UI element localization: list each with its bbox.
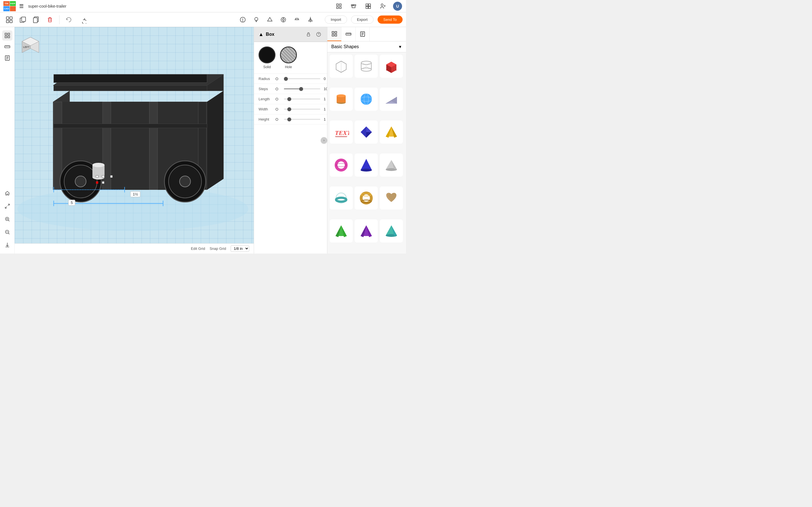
svg-point-28	[283, 18, 285, 20]
width-value: 1	[324, 107, 326, 111]
shape-heart-brown[interactable]	[380, 186, 403, 210]
width-dot	[275, 108, 278, 111]
svg-rect-36	[5, 33, 6, 35]
svg-rect-75	[54, 124, 207, 128]
svg-rect-14	[6, 20, 9, 22]
solid-option[interactable]: Solid	[259, 47, 275, 69]
shape-pyramid-green[interactable]	[329, 219, 353, 242]
length-slider[interactable]	[284, 99, 320, 100]
download-view-icon[interactable]	[2, 240, 12, 250]
shape-diamond-blue[interactable]	[355, 121, 378, 144]
svg-line-56	[8, 233, 9, 234]
svg-rect-32	[296, 18, 298, 20]
height-dot	[275, 118, 278, 121]
shape-text-red[interactable]: TEXT	[329, 121, 353, 144]
fit-view-icon[interactable]	[2, 201, 12, 211]
dimension-label-1half: 1½	[130, 191, 140, 197]
lock-icon[interactable]	[305, 31, 312, 38]
svg-marker-140	[366, 126, 372, 132]
steps-slider[interactable]	[284, 89, 320, 89]
shapes-ruler-tab-icon[interactable]	[342, 27, 356, 41]
svg-line-49	[8, 204, 9, 206]
panel-collapse-button[interactable]: ›	[321, 137, 327, 144]
shape-cone-teal[interactable]	[380, 219, 403, 242]
delete-button[interactable]	[44, 14, 56, 25]
shapes-panel-tabs	[327, 27, 406, 41]
copy-button[interactable]	[31, 14, 42, 25]
radius-value: 0	[324, 76, 326, 81]
shape-pyramid-purple[interactable]	[355, 219, 378, 242]
import-button[interactable]: Import	[325, 15, 347, 24]
svg-rect-2	[337, 6, 338, 8]
help-icon[interactable]	[315, 31, 322, 38]
notes-tab[interactable]	[2, 53, 12, 63]
shapes-grid: TEXT	[327, 52, 406, 253]
send-button[interactable]: Send To	[377, 15, 403, 24]
ruler-tab[interactable]	[2, 42, 12, 52]
user-avatar[interactable]: U	[393, 1, 403, 11]
hole-option[interactable]: Hole	[280, 47, 297, 69]
svg-marker-138	[335, 136, 347, 137]
build-icon[interactable]	[349, 1, 359, 11]
group-button[interactable]	[3, 14, 15, 25]
shape-cone-gray[interactable]	[380, 154, 403, 177]
svg-rect-8	[368, 6, 370, 8]
navigation-cube[interactable]: LEFT	[19, 32, 42, 54]
projects-icon[interactable]	[363, 1, 373, 11]
export-button[interactable]: Export	[351, 15, 373, 24]
shapes-grid-tab-icon[interactable]	[327, 27, 342, 41]
svg-rect-71	[149, 102, 158, 190]
svg-line-115	[341, 61, 346, 64]
shape-cone-dark-blue[interactable]	[355, 154, 378, 177]
svg-point-145	[336, 160, 346, 170]
collapse-props-button[interactable]: ▲	[259, 32, 264, 38]
duplicate-button[interactable]	[17, 14, 29, 25]
canvas-area[interactable]: LEFT	[15, 27, 254, 253]
snap-grid-select[interactable]: 1/8 in 1/4 in 1/2 in 1 in	[231, 245, 249, 252]
shapes-category-dropdown[interactable]: Basic Shapes ▼	[327, 41, 406, 52]
shape-tool-icon[interactable]	[264, 14, 276, 25]
home-view-icon[interactable]	[2, 188, 12, 198]
logo[interactable]: TIN KER CAD	[3, 1, 16, 11]
radius-row: Radius 0	[254, 74, 327, 84]
shape-torus-ring-blue[interactable]	[329, 186, 353, 210]
mirror-icon[interactable]	[305, 14, 316, 25]
redo-button[interactable]	[77, 14, 88, 25]
width-slider[interactable]	[284, 109, 320, 110]
shape-pyramid-yellow[interactable]	[380, 121, 403, 144]
annotation-icon[interactable]	[237, 14, 249, 25]
menu-icon[interactable]: ☰	[19, 3, 24, 9]
shapes-category-label: Basic Shapes	[331, 44, 359, 49]
shapes-notes-tab-icon[interactable]	[356, 27, 370, 41]
top-right-icons: U	[334, 1, 403, 11]
snap-icon[interactable]	[277, 14, 289, 25]
shape-wedge-gray[interactable]	[380, 88, 403, 111]
add-user-icon[interactable]	[378, 1, 388, 11]
svg-marker-34	[309, 18, 311, 21]
bulb-icon[interactable]	[250, 14, 262, 25]
shape-box-red[interactable]	[380, 55, 403, 78]
shape-cylinder-wire[interactable]	[355, 55, 378, 78]
shape-torus-pink[interactable]	[329, 154, 353, 177]
shape-ring-gold[interactable]	[355, 186, 378, 210]
shape-sphere-blue[interactable]	[355, 88, 378, 111]
svg-rect-73	[54, 74, 207, 82]
steps-dot	[275, 88, 278, 91]
shape-box-wire[interactable]	[329, 55, 353, 78]
svg-point-78	[75, 176, 86, 187]
svg-rect-89	[110, 175, 112, 178]
svg-line-52	[8, 220, 9, 221]
height-slider[interactable]	[284, 119, 320, 120]
undo-button[interactable]	[63, 14, 75, 25]
zoom-in-view-icon[interactable]	[2, 214, 12, 224]
align-icon[interactable]	[291, 14, 303, 25]
shape-cylinder-orange[interactable]	[329, 88, 353, 111]
svg-point-154	[361, 193, 371, 203]
app-title: super-cool-bike-trailer	[28, 4, 331, 8]
radius-slider[interactable]	[284, 78, 320, 79]
grid-view-icon[interactable]	[334, 1, 344, 11]
shapes-grid-tab[interactable]	[2, 31, 12, 41]
svg-rect-3	[340, 6, 341, 8]
zoom-out-view-icon[interactable]	[2, 227, 12, 237]
edit-grid-button[interactable]: Edit Grid	[191, 246, 205, 251]
